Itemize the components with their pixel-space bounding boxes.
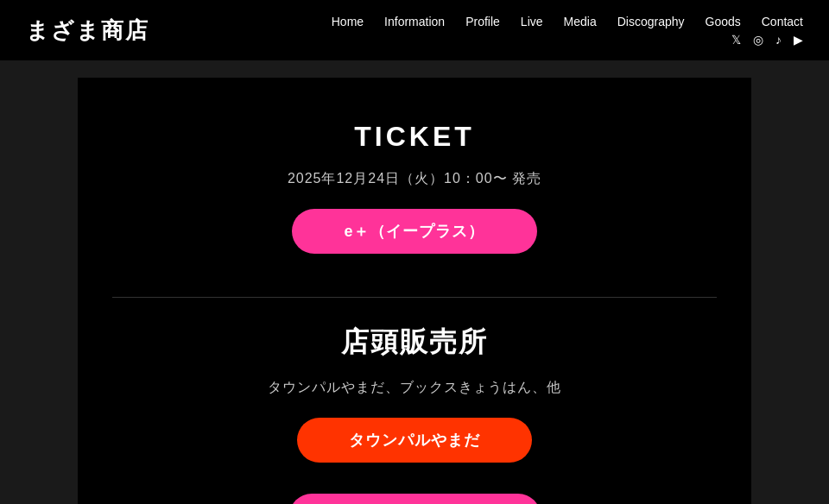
nav-link-contact[interactable]: Contact bbox=[762, 15, 803, 28]
nav-item-live[interactable]: Live bbox=[521, 14, 543, 29]
nav-link-live[interactable]: Live bbox=[521, 15, 543, 28]
ticket-title: TICKET bbox=[112, 121, 717, 153]
ticket-section: TICKET 2025年12月24日（火）10：00〜 発売 e＋（イープラス） bbox=[112, 121, 717, 254]
store-title: 店頭販売所 bbox=[112, 324, 717, 362]
nav-item-profile[interactable]: Profile bbox=[465, 14, 500, 29]
main-nav: Home Information Profile Live Media Disc… bbox=[332, 14, 803, 29]
twitter-icon[interactable]: 𝕏 bbox=[731, 33, 741, 47]
nav-area: Home Information Profile Live Media Disc… bbox=[332, 14, 803, 47]
logo: まざま商店 bbox=[26, 16, 149, 46]
nav-link-media[interactable]: Media bbox=[564, 15, 597, 28]
nav-item-goods[interactable]: Goods bbox=[706, 14, 741, 29]
nav-link-discography[interactable]: Discography bbox=[617, 15, 685, 28]
youtube-icon[interactable]: ▶ bbox=[794, 33, 803, 47]
ticket-buttons: e＋（イープラス） bbox=[112, 209, 717, 254]
nav-item-information[interactable]: Information bbox=[384, 14, 445, 29]
nav-item-discography[interactable]: Discography bbox=[617, 14, 685, 29]
nav-link-home[interactable]: Home bbox=[332, 15, 364, 28]
header: まざま商店 Home Information Profile Live Medi… bbox=[0, 0, 829, 60]
store-section: 店頭販売所 タウンパルやまだ、ブックスきょうはん、他 タウンパルやまだ ブックス… bbox=[112, 324, 717, 504]
nav-links: Home Information Profile Live Media Disc… bbox=[332, 14, 803, 29]
social-links: 𝕏 ◎ ♪ ▶ bbox=[731, 33, 803, 47]
instagram-icon[interactable]: ◎ bbox=[753, 33, 763, 47]
section-divider bbox=[112, 297, 717, 298]
main-content: TICKET 2025年12月24日（火）10：00〜 発売 e＋（イープラス）… bbox=[0, 78, 829, 504]
eplus-button[interactable]: e＋（イープラス） bbox=[292, 209, 536, 254]
store-buttons: タウンパルやまだ ブックスきょうはん bbox=[112, 418, 717, 504]
logo-text: まざま商店 bbox=[26, 18, 149, 43]
nav-link-information[interactable]: Information bbox=[384, 15, 445, 28]
books-button[interactable]: ブックスきょうはん bbox=[289, 494, 541, 504]
townpal-button[interactable]: タウンパルやまだ bbox=[297, 418, 532, 463]
nav-link-profile[interactable]: Profile bbox=[465, 15, 500, 28]
nav-item-contact[interactable]: Contact bbox=[762, 14, 803, 29]
ticket-date: 2025年12月24日（火）10：00〜 発売 bbox=[112, 170, 717, 188]
nav-item-media[interactable]: Media bbox=[564, 14, 597, 29]
store-description: タウンパルやまだ、ブックスきょうはん、他 bbox=[112, 379, 717, 397]
music-icon[interactable]: ♪ bbox=[775, 33, 782, 47]
nav-link-goods[interactable]: Goods bbox=[706, 15, 741, 28]
nav-item-home[interactable]: Home bbox=[332, 14, 364, 29]
content-container: TICKET 2025年12月24日（火）10：00〜 発売 e＋（イープラス）… bbox=[78, 78, 751, 504]
